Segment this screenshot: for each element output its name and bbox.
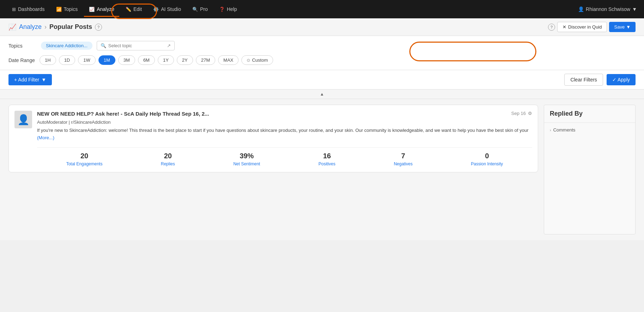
user-icon: 👤 [578, 6, 584, 12]
stat-passion-intensity: 0 Passion Intensity [471, 152, 503, 166]
topics-filter-row: Topics Skincare Addiction... 🔍 ↗ [8, 41, 636, 50]
clear-filters-button[interactable]: Clear Filters [564, 74, 603, 86]
stat-replies-value: 20 [164, 152, 172, 160]
date-btn-2y[interactable]: 2Y [177, 55, 193, 65]
save-button[interactable]: Save ▼ [609, 22, 636, 32]
edit-icon: ✏️ [126, 7, 131, 12]
apply-button[interactable]: ✓ Apply [607, 74, 636, 85]
nav-item-edit[interactable]: ✏️ Edit [121, 4, 147, 14]
breadcrumb-current: Popular Posts [49, 23, 92, 31]
collapse-bar[interactable]: ▲ [0, 90, 644, 99]
nav-label-edit: Edit [133, 6, 142, 12]
save-chevron-icon: ▼ [626, 24, 631, 30]
breadcrumb-help-icon[interactable]: ? [95, 24, 102, 31]
date-27m-label: 27M [201, 57, 210, 63]
date-6m-label: 6M [143, 57, 150, 63]
breadcrumb-separator: › [44, 23, 47, 31]
nav-item-dashboards[interactable]: ⊞ Dashboards [7, 4, 50, 14]
discover-in-quid-button[interactable]: ✕ Discover in Quid [557, 22, 607, 32]
nav-item-topics[interactable]: 📶 Topics [51, 4, 83, 14]
post-title[interactable]: NEW OR NEED HELP? Ask here! - ScA Daily … [37, 111, 209, 117]
date-btn-1w[interactable]: 1W [78, 55, 96, 65]
nav-label-dashboards: Dashboards [18, 6, 45, 12]
nav-label-ai-studio: AI Studio [161, 6, 181, 12]
post-content: NEW OR NEED HELP? Ask here! - ScA Daily … [37, 111, 532, 166]
stat-net-sentiment-label: Net Sentiment [233, 161, 260, 166]
date-btn-custom[interactable]: ⊙ Custom [241, 55, 273, 65]
custom-clock-icon: ⊙ [247, 58, 250, 63]
nav-label-topics: Topics [64, 6, 78, 12]
topic-tag-text: Skincare Addiction... [46, 43, 88, 48]
breadcrumb-analyze-icon: 📈 [8, 23, 16, 31]
post-more-link[interactable]: (More...) [37, 135, 54, 140]
stat-net-sentiment: 39% Net Sentiment [233, 152, 260, 166]
action-row: + Add Filter ▼ Clear Filters ✓ Apply [0, 70, 644, 90]
breadcrumb: 📈 Analyze › Popular Posts ? [8, 23, 102, 31]
post-body: If you're new to SkincareAddiction: welc… [37, 127, 532, 142]
comments-label: Comments [553, 127, 576, 133]
nav-label-analyze: Analyze [97, 6, 114, 12]
main-content: 👤 NEW OR NEED HELP? Ask here! - ScA Dail… [0, 99, 644, 240]
topic-search-input[interactable] [108, 43, 165, 48]
date-1y-label: 1Y [163, 57, 169, 63]
breadcrumb-root[interactable]: Analyze [19, 23, 42, 31]
date-btn-6m[interactable]: 6M [138, 55, 155, 65]
add-filter-button[interactable]: + Add Filter ▼ [8, 74, 52, 85]
action-right: Clear Filters ✓ Apply [564, 74, 636, 86]
chevron-right-icon: › [550, 128, 551, 132]
sub-header: 📈 Analyze › Popular Posts ? ? ✕ Discover… [0, 18, 644, 36]
post-body-text: If you're new to SkincareAddiction: welc… [37, 128, 529, 133]
analyze-icon: 📈 [89, 7, 95, 12]
stat-total-engagements-label: Total Engagements [66, 161, 103, 166]
filters-area: Topics Skincare Addiction... 🔍 ↗ Date Ra… [0, 36, 644, 70]
chevron-up-icon: ▲ [320, 92, 324, 97]
top-nav: ⊞ Dashboards 📶 Topics 📈 Analyze ✏️ Edit … [0, 0, 644, 18]
date-max-label: MAX [223, 57, 233, 63]
search-icon: 🔍 [101, 43, 106, 48]
comments-section[interactable]: › Comments [544, 123, 635, 137]
date-btn-1h[interactable]: 1H [40, 55, 56, 65]
stat-positives-value: 16 [323, 152, 331, 160]
post-date: Sep 16 [511, 111, 526, 116]
date-btn-27m[interactable]: 27M [196, 55, 215, 65]
post-card: 👤 NEW OR NEED HELP? Ask here! - ScA Dail… [8, 105, 538, 172]
save-label: Save [614, 24, 625, 30]
date-1d-label: 1D [64, 57, 70, 63]
date-btn-max[interactable]: MAX [218, 55, 239, 65]
ai-studio-icon: ⚙️ [153, 7, 159, 12]
nav-item-analyze[interactable]: 📈 Analyze [84, 4, 119, 14]
nav-item-ai-studio[interactable]: ⚙️ AI Studio [148, 4, 186, 14]
date-btn-1y[interactable]: 1Y [158, 55, 174, 65]
date-btn-1m[interactable]: 1M [98, 55, 115, 65]
subheader-help-button[interactable]: ? [548, 24, 555, 31]
date-1m-label: 1M [104, 57, 110, 63]
page-wrapper: ⊞ Dashboards 📶 Topics 📈 Analyze ✏️ Edit … [0, 0, 644, 312]
post-link-icon[interactable]: ⚙ [528, 111, 532, 116]
stat-positives-label: Positives [319, 161, 336, 166]
nav-user[interactable]: 👤 Rhiannon Schwisow ▼ [578, 6, 637, 12]
date-btn-3m[interactable]: 3M [118, 55, 135, 65]
stat-positives: 16 Positives [319, 152, 336, 166]
topic-search-box[interactable]: 🔍 ↗ [97, 41, 175, 50]
date-1w-label: 1W [83, 57, 90, 63]
right-panel: Replied By › Comments [544, 105, 636, 234]
nav-left: ⊞ Dashboards 📶 Topics 📈 Analyze ✏️ Edit … [7, 4, 242, 14]
stat-negatives-value: 7 [401, 152, 405, 160]
date-btn-1d[interactable]: 1D [59, 55, 76, 65]
add-filter-chevron-icon: ▼ [41, 77, 46, 82]
external-link-icon[interactable]: ↗ [167, 43, 171, 48]
sub-header-right: ? ✕ Discover in Quid Save ▼ [548, 22, 636, 32]
nav-item-pro[interactable]: 🔍 Pro [187, 4, 213, 14]
topics-label: Topics [8, 43, 37, 49]
avatar-icon: 👤 [17, 114, 30, 126]
custom-label: Custom [252, 57, 268, 63]
post-header: NEW OR NEED HELP? Ask here! - ScA Daily … [37, 111, 532, 117]
nav-username: Rhiannon Schwisow [586, 6, 630, 12]
close-x-icon: ✕ [562, 24, 566, 30]
nav-item-help[interactable]: ❓ Help [214, 4, 242, 14]
date-3m-label: 3M [124, 57, 130, 63]
posts-area: 👤 NEW OR NEED HELP? Ask here! - ScA Dail… [8, 105, 538, 234]
topic-tag[interactable]: Skincare Addiction... [41, 42, 92, 50]
stat-net-sentiment-value: 39% [240, 152, 254, 160]
topics-icon: 📶 [56, 7, 62, 12]
